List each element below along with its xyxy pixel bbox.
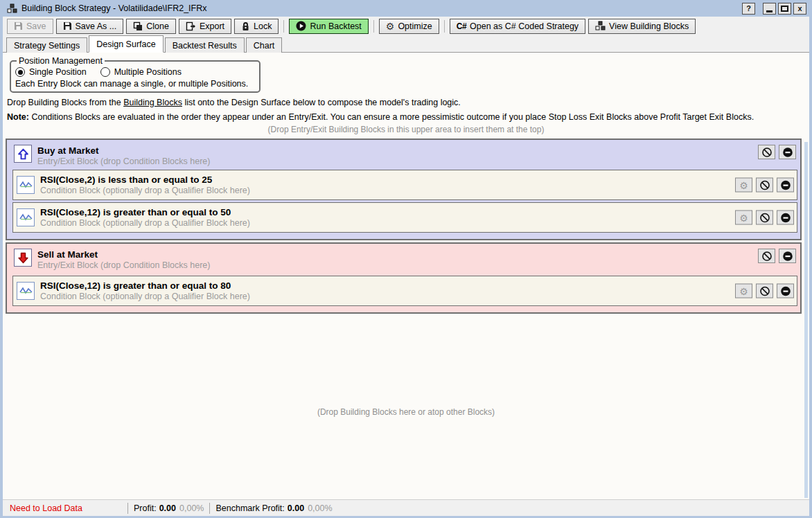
save-label: Save [26,21,46,31]
remove-block-button[interactable] [779,145,796,159]
export-label: Export [200,21,224,31]
remove-condition-button[interactable] [777,211,794,225]
condition-settings-button[interactable]: ⚙ [735,284,752,298]
multiple-positions-label[interactable]: Multiple Positions [114,67,182,77]
view-building-blocks-button[interactable]: View Building Blocks [588,19,696,34]
status-message: Need to Load Data [3,503,122,513]
gear-icon: ⚙ [739,213,748,222]
no-entry-icon [761,251,773,262]
open-csharp-button[interactable]: C# Open as C# Coded Strategy [450,19,585,34]
block-title: Buy at Market [37,145,210,157]
blocks-area: Buy at Market Entry/Exit Block (drop Con… [6,139,802,314]
window-title: Building Block Strategy - Volatilidade\I… [21,3,740,13]
save-as-icon [63,21,72,30]
toolbar-separator [444,20,445,33]
remove-condition-button[interactable] [777,284,794,298]
condition-block[interactable]: RSI(Close,2) is less than or equal to 25… [12,170,797,200]
condition-actions: ⚙ [735,284,794,298]
condition-block[interactable]: RSI(Close,12) is greater than or equal t… [12,202,797,233]
block-subtitle: Entry/Exit Block (drop Condition Blocks … [37,157,210,167]
disable-condition-button[interactable] [756,211,773,225]
no-entry-icon [759,179,770,190]
condition-title: RSI(Close,12) is greater than or equal t… [40,280,250,292]
vertical-scrollbar[interactable] [804,142,808,498]
condition-settings-button[interactable]: ⚙ [735,211,752,225]
remove-condition-button[interactable] [777,178,794,193]
sell-arrow-icon [14,249,32,267]
export-button[interactable]: Export [179,19,231,34]
status-bar: Need to Load Data Profit: 0.00 0,00% Ben… [3,499,809,516]
entry-block-titles: Buy at Market Entry/Exit Block (drop Con… [37,145,210,167]
title-bar: Building Block Strategy - Volatilidade\I… [3,0,809,17]
optimize-button[interactable]: ⚙ Optimize [379,19,439,34]
single-position-label[interactable]: Single Position [29,67,87,77]
block-subtitle: Entry/Exit Block (drop Condition Blocks … [37,260,210,271]
view-building-blocks-label: View Building Blocks [609,21,689,31]
tab-chart[interactable]: Chart [246,37,283,53]
toolbar: Save Save As ... Clone Export Lock Run [3,17,809,35]
condition-title: RSI(Close,12) is greater than or equal t… [40,206,250,218]
tab-design-surface[interactable]: Design Surface [89,35,163,53]
indicator-icon [17,282,35,300]
maximize-button[interactable] [778,3,791,15]
tab-strip: Strategy Settings Design Surface Backtes… [3,35,809,53]
note-text: Conditions Blocks are evaluated in the o… [29,112,754,122]
condition-actions: ⚙ [735,211,794,225]
disable-block-button[interactable] [758,249,775,263]
run-backtest-button[interactable]: Run Backtest [289,19,368,34]
condition-titles: RSI(Close,12) is greater than or equal t… [40,206,250,229]
tab-strategy-settings[interactable]: Strategy Settings [6,37,87,53]
minus-circle-icon [780,179,791,190]
app-body: Save Save As ... Clone Export Lock Run [3,17,809,516]
note-label: Note: [7,112,29,122]
gears-icon: ⚙ [386,21,395,31]
profit-label: Profit: [134,503,157,513]
minimize-button[interactable] [763,3,776,15]
disable-condition-button[interactable] [756,284,773,298]
benchmark-profit-label: Benchmark Profit: [215,503,284,513]
note-line: Note: Conditions Blocks are evaluated in… [7,112,809,122]
building-blocks-reference: Building Blocks [123,98,182,107]
optimize-label: Optimize [398,21,432,31]
lock-button[interactable]: Lock [234,19,279,34]
position-management-groupbox: Position Management Single Position Mult… [10,56,261,93]
open-csharp-label: Open as C# Coded Strategy [470,21,579,31]
save-as-label: Save As ... [76,21,117,31]
export-icon [186,21,196,31]
minus-circle-icon [780,212,791,223]
condition-block[interactable]: RSI(Close,12) is greater than or equal t… [12,276,797,306]
no-entry-icon [761,147,773,158]
position-management-legend: Position Management [17,56,105,66]
exit-block-header[interactable]: Sell at Market Entry/Exit Block (drop Co… [12,247,797,274]
status-separator [209,503,210,514]
clone-icon [133,21,143,31]
save-button: Save [7,19,53,34]
minus-circle-icon [782,147,793,158]
single-position-radio[interactable] [15,67,25,77]
entry-block-header[interactable]: Buy at Market Entry/Exit Block (drop Con… [12,143,797,170]
no-entry-icon [759,212,770,223]
clone-label: Clone [146,21,169,31]
disable-block-button[interactable] [758,145,775,159]
disable-condition-button[interactable] [756,178,773,193]
condition-title: RSI(Close,2) is less than or equal to 25 [40,174,250,186]
help-button[interactable]: ? [742,3,755,15]
condition-settings-button[interactable]: ⚙ [735,178,752,193]
toolbar-separator [373,20,374,33]
remove-block-button[interactable] [779,249,796,263]
multiple-positions-radio[interactable] [100,67,110,77]
gear-icon: ⚙ [739,286,748,296]
no-entry-icon [759,285,770,296]
profit-value: 0.00 [159,503,176,513]
entry-block-buy-at-market[interactable]: Buy at Market Entry/Exit Block (drop Con… [6,139,802,240]
exit-block-sell-at-market[interactable]: Sell at Market Entry/Exit Block (drop Co… [6,242,802,314]
save-as-button[interactable]: Save As ... [56,19,124,34]
tab-backtest-results[interactable]: Backtest Results [165,37,245,53]
condition-actions: ⚙ [735,178,794,193]
building-blocks-app-icon [7,3,17,14]
close-button[interactable]: x [793,3,806,15]
clone-button[interactable]: Clone [126,19,176,34]
benchmark-profit-percent: 0,00% [308,503,332,513]
position-management-description: Each Entry Block can manage a single, or… [15,79,254,89]
condition-subtitle: Condition Block (optionally drop a Quali… [40,292,250,302]
